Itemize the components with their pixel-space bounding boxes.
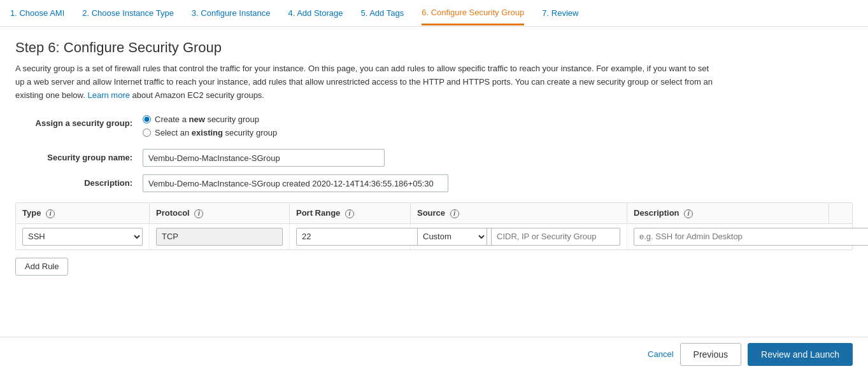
col-header-description: Description i xyxy=(627,203,829,223)
radio-select-existing[interactable]: Select an existing security group xyxy=(143,128,853,137)
sg-name-input[interactable] xyxy=(143,149,385,167)
radio-create-input[interactable] xyxy=(143,115,151,123)
radio-create-label[interactable]: Create a new security group xyxy=(155,115,259,124)
source-info-icon[interactable]: i xyxy=(450,209,459,218)
add-rule-button[interactable]: Add Rule xyxy=(15,258,68,276)
sg-name-row: Security group name: xyxy=(15,149,853,167)
page-description: A security group is a set of firewall ru… xyxy=(15,62,716,102)
rules-table-header: Type i Protocol i Port Range i Source i … xyxy=(16,203,852,224)
col-header-type: Type i xyxy=(16,203,150,223)
main-content: Step 6: Configure Security Group A secur… xyxy=(0,27,868,288)
wizard-nav: 1. Choose AMI 2. Choose Instance Type 3.… xyxy=(0,0,868,27)
source-group: Custom Anywhere My IP xyxy=(417,228,620,246)
cell-source: Custom Anywhere My IP xyxy=(411,224,627,249)
rule-description-input[interactable] xyxy=(634,228,868,246)
cell-type: SSH HTTP HTTPS Custom TCP Rule All traff… xyxy=(16,224,150,249)
description-info-icon[interactable]: i xyxy=(684,209,693,218)
page-description-text2: about Amazon EC2 security groups. xyxy=(132,90,264,100)
cell-protocol: TCP xyxy=(150,224,290,249)
wizard-step-configure-instance[interactable]: 3. Configure Instance xyxy=(192,2,271,24)
port-range-info-icon[interactable]: i xyxy=(345,209,354,218)
col-header-protocol: Protocol i xyxy=(150,203,290,223)
cell-description xyxy=(627,224,868,249)
wizard-step-add-storage[interactable]: 4. Add Storage xyxy=(288,2,343,24)
assign-label: Assign a security group: xyxy=(15,115,143,132)
table-row: SSH HTTP HTTPS Custom TCP Rule All traff… xyxy=(16,224,852,249)
radio-select-input[interactable] xyxy=(143,129,151,137)
page-title: Step 6: Configure Security Group xyxy=(15,39,853,56)
description-row: Description: xyxy=(15,174,853,192)
description-label: Description: xyxy=(15,174,143,192)
source-type-select[interactable]: Custom Anywhere My IP xyxy=(417,228,487,246)
type-select[interactable]: SSH HTTP HTTPS Custom TCP Rule All traff… xyxy=(22,228,143,246)
security-group-options: Create a new security group Select an ex… xyxy=(143,115,853,141)
wizard-step-configure-security-group[interactable]: 6. Configure Security Group xyxy=(422,1,524,25)
col-header-actions xyxy=(829,203,852,223)
sg-name-label: Security group name: xyxy=(15,149,143,167)
rules-table: Type i Protocol i Port Range i Source i … xyxy=(15,202,853,250)
col-header-port-range: Port Range i xyxy=(290,203,411,223)
wizard-step-choose-ami[interactable]: 1. Choose AMI xyxy=(10,2,64,24)
radio-create-new[interactable]: Create a new security group xyxy=(143,115,853,124)
learn-more-link[interactable]: Learn more xyxy=(87,90,129,100)
wizard-step-review[interactable]: 7. Review xyxy=(542,2,578,24)
cell-port-range xyxy=(290,224,411,249)
description-input[interactable] xyxy=(143,174,448,192)
radio-select-label[interactable]: Select an existing security group xyxy=(155,128,277,137)
description-input-group xyxy=(143,174,853,192)
protocol-value: TCP xyxy=(156,228,283,246)
type-info-icon[interactable]: i xyxy=(46,209,55,218)
assign-security-group-row: Assign a security group: Create a new se… xyxy=(15,115,853,141)
protocol-info-icon[interactable]: i xyxy=(194,209,203,218)
sg-name-input-group xyxy=(143,149,853,167)
col-header-source: Source i xyxy=(411,203,627,223)
wizard-step-choose-instance-type[interactable]: 2. Choose Instance Type xyxy=(82,2,174,24)
source-cidr-input[interactable] xyxy=(491,228,620,246)
wizard-step-add-tags[interactable]: 5. Add Tags xyxy=(360,2,404,24)
